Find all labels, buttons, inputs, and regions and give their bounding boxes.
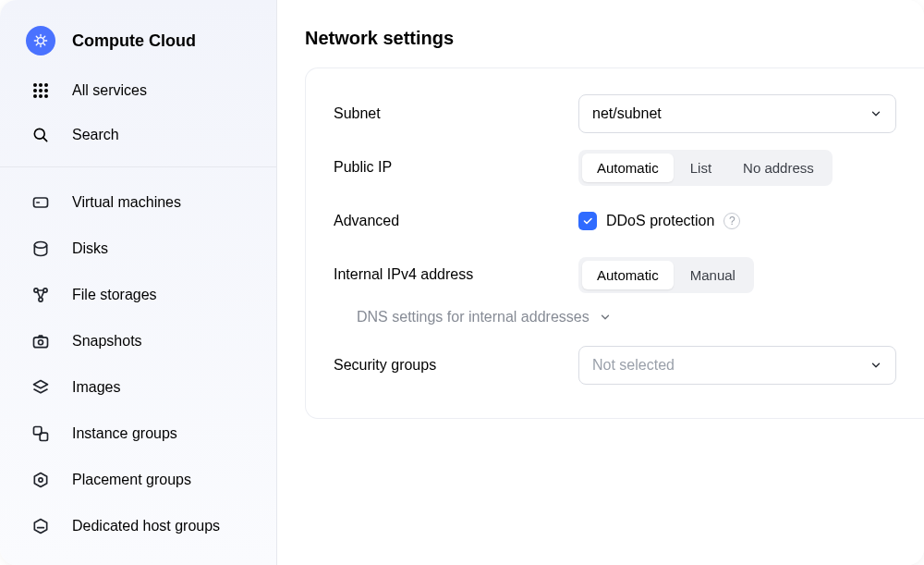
layers-icon — [26, 378, 55, 397]
chevron-down-icon — [599, 311, 612, 324]
svg-point-5 — [39, 89, 43, 92]
dns-settings-label: DNS settings for internal addresses — [357, 309, 590, 325]
sidebar-item-label: Virtual machines — [72, 194, 181, 211]
security-groups-label: Security groups — [334, 357, 578, 374]
public-ip-automatic[interactable]: Automatic — [582, 154, 674, 182]
svg-point-4 — [33, 89, 37, 92]
host-icon — [26, 517, 55, 535]
all-services-link[interactable]: All services — [17, 68, 260, 113]
settings-card: Subnet net/subnet Public IP Automatic Li — [305, 68, 924, 419]
sidebar-nav: Virtual machines Disks File storages Sna… — [0, 167, 276, 561]
sidebar-item-virtual-machines[interactable]: Virtual machines — [17, 180, 260, 225]
page-title: Network settings — [277, 28, 924, 68]
grid-icon — [26, 82, 55, 99]
main-content: Network settings Subnet net/subnet Publi… — [277, 0, 924, 565]
sidebar-item-file-storages[interactable]: File storages — [17, 273, 260, 317]
row-subnet: Subnet net/subnet — [334, 87, 896, 141]
camera-icon — [26, 332, 55, 350]
subnet-select[interactable]: net/subnet — [578, 94, 896, 133]
svg-point-2 — [39, 83, 43, 87]
sidebar-item-label: File storages — [72, 287, 157, 303]
subnet-value: net/subnet — [592, 105, 662, 122]
share-icon — [26, 286, 55, 304]
svg-point-13 — [43, 289, 47, 292]
search-link[interactable]: Search — [17, 113, 260, 157]
advanced-label: Advanced — [334, 213, 578, 229]
row-public-ip: Public IP Automatic List No address — [334, 141, 896, 194]
security-groups-select[interactable]: Not selected — [578, 346, 896, 385]
sidebar-item-images[interactable]: Images — [17, 365, 260, 410]
svg-point-9 — [44, 94, 48, 98]
svg-point-8 — [39, 94, 43, 98]
security-groups-placeholder: Not selected — [592, 357, 675, 374]
sidebar-item-snapshots[interactable]: Snapshots — [17, 319, 260, 363]
chevron-down-icon — [869, 359, 882, 372]
subnet-label: Subnet — [334, 105, 578, 122]
public-ip-label: Public IP — [334, 159, 578, 176]
svg-rect-11 — [34, 198, 48, 207]
sidebar-item-label: Instance groups — [72, 425, 177, 442]
disk-icon — [26, 240, 55, 258]
svg-point-19 — [39, 478, 43, 482]
sidebar-item-label: Snapshots — [72, 333, 142, 350]
public-ip-no-address[interactable]: No address — [728, 154, 829, 182]
group-icon — [26, 424, 55, 443]
svg-point-1 — [33, 83, 37, 87]
dns-settings-toggle[interactable]: DNS settings for internal addresses — [334, 301, 896, 338]
sidebar-item-placement-groups[interactable]: Placement groups — [17, 458, 260, 502]
internal-ipv4-automatic[interactable]: Automatic — [582, 261, 674, 289]
search-label: Search — [72, 127, 119, 143]
internal-ipv4-segmented: Automatic Manual — [578, 257, 754, 293]
internal-ipv4-manual[interactable]: Manual — [675, 261, 750, 289]
compute-cloud-icon — [26, 26, 55, 55]
sidebar: Compute Cloud All services Search Vi — [0, 0, 277, 565]
svg-point-0 — [38, 38, 44, 44]
chevron-down-icon — [869, 107, 882, 120]
help-icon[interactable]: ? — [723, 213, 740, 229]
svg-point-7 — [33, 94, 37, 98]
search-icon — [26, 126, 55, 144]
svg-point-16 — [39, 340, 43, 345]
svg-rect-15 — [34, 338, 48, 348]
internal-ipv4-label: Internal IPv4 address — [334, 266, 578, 283]
svg-point-12 — [34, 289, 38, 292]
svg-point-14 — [39, 298, 43, 301]
sidebar-item-label: Images — [72, 379, 120, 396]
public-ip-list[interactable]: List — [675, 154, 726, 182]
sidebar-item-disks[interactable]: Disks — [17, 227, 260, 271]
svg-point-3 — [44, 83, 48, 87]
ddos-label: DDoS protection — [606, 213, 714, 229]
brand-title: Compute Cloud — [72, 31, 196, 51]
row-internal-ipv4: Internal IPv4 address Automatic Manual — [334, 248, 896, 301]
sidebar-item-dedicated-host-groups[interactable]: Dedicated host groups — [17, 504, 260, 548]
public-ip-segmented: Automatic List No address — [578, 150, 833, 186]
svg-point-6 — [44, 89, 48, 92]
row-advanced: Advanced DDoS protection ? — [334, 194, 896, 248]
placement-icon — [26, 471, 55, 489]
all-services-label: All services — [72, 82, 147, 99]
sidebar-item-instance-groups[interactable]: Instance groups — [17, 411, 260, 456]
sidebar-item-label: Disks — [72, 240, 108, 257]
ddos-checkbox[interactable] — [578, 212, 597, 230]
brand-row[interactable]: Compute Cloud — [17, 18, 260, 63]
sidebar-item-label: Dedicated host groups — [72, 518, 220, 534]
server-icon — [26, 193, 55, 212]
row-security-groups: Security groups Not selected — [334, 338, 896, 392]
sidebar-item-label: Placement groups — [72, 472, 191, 488]
